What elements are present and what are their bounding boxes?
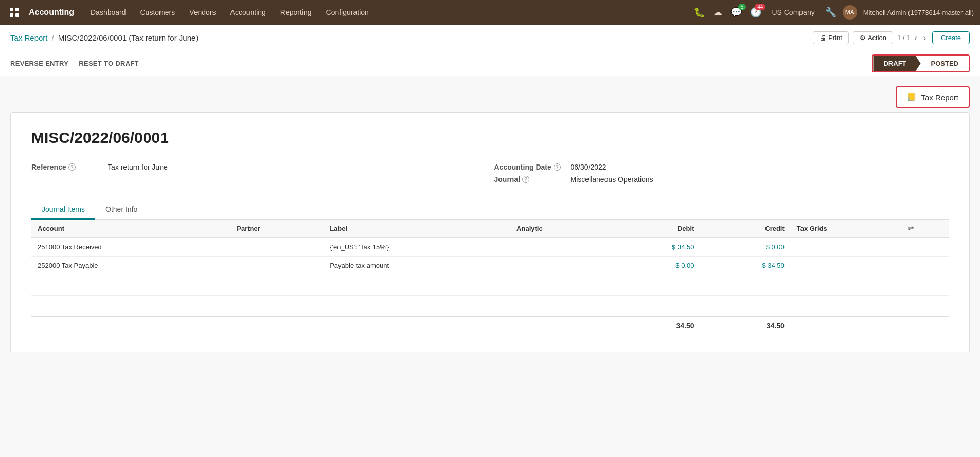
row1-credit: $ 0.00 [700,238,790,257]
totals-row: 34.50 34.50 [31,316,949,335]
breadcrumb-parent[interactable]: Tax Report [10,33,48,42]
settings-icon[interactable]: 🔧 [823,5,839,20]
print-button[interactable]: 🖨 Print [813,31,849,44]
col-debit: Debit [610,220,700,238]
row1-analytic [510,238,610,257]
nav-dashboard[interactable]: Dashboard [84,0,132,25]
row2-actions [902,257,949,275]
row1-account: 251000 Tax Received [31,238,230,257]
accounting-date-help[interactable]: ? [554,163,561,171]
prev-record-button[interactable]: ‹ [912,32,919,44]
table-spacer-row [31,296,949,316]
printer-icon: 🖨 [819,34,826,42]
accounting-date-field-row: Accounting Date ? 06/30/2022 [494,163,949,171]
col-credit: Credit [700,220,790,238]
row1-actions [902,238,949,257]
gear-icon: ⚙ [860,34,866,42]
bug-icon[interactable]: 🐛 [691,5,707,20]
reference-value: Tax return for June [108,163,168,171]
record-title: MISC/2022/06/0001 [31,129,949,147]
row1-label: {'en_US': 'Tax 15%'} [324,238,510,257]
chat-icon[interactable]: 💬 5 [728,5,744,20]
status-posted[interactable]: Posted [921,56,969,71]
svg-rect-2 [10,13,13,17]
breadcrumb-separator: / [52,33,54,42]
form-fields: Reference ? Tax return for June Accounti… [31,163,949,184]
row2-label: Payable tax amount [324,257,510,275]
accounting-date-label: Accounting Date ? [494,163,566,171]
col-partner: Partner [230,220,324,238]
col-tax-grids: Tax Grids [791,220,902,238]
notification-icon[interactable]: 🕐 44 [748,5,763,20]
row1-tax-grids [791,238,902,257]
breadcrumb-bar: Tax Report / MISC/2022/06/0001 (Tax retu… [0,25,980,51]
nav-accounting[interactable]: Accounting [224,0,272,25]
breadcrumb-current: MISC/2022/06/0001 (Tax return for June) [58,33,199,42]
table-row[interactable]: 252000 Tax Payable Payable tax amount $ … [31,257,949,275]
col-analytic: Analytic [510,220,610,238]
table-empty-row [31,275,949,296]
form-tabs: Journal Items Other Info [31,200,949,220]
status-pipeline: Draft Posted [872,54,970,72]
notification-badge: 44 [755,4,765,10]
tax-report-area: 📒 Tax Report [10,86,970,108]
reset-to-draft-button[interactable]: Reset to Draft [79,60,139,67]
reference-help[interactable]: ? [68,163,76,171]
svg-rect-1 [15,8,19,11]
accounting-date-value: 06/30/2022 [571,163,607,171]
status-draft[interactable]: Draft [873,56,920,71]
updates-icon[interactable]: ☁ [711,5,724,20]
book-icon: 📒 [907,93,917,102]
journal-field-row: Journal ? Miscellaneous Operations [494,175,949,184]
row2-account: 252000 Tax Payable [31,257,230,275]
tax-report-button[interactable]: 📒 Tax Report [896,86,970,108]
left-fields: Reference ? Tax return for June [31,163,486,184]
journal-items-table: Account Partner Label Analytic Debit Cre… [31,220,949,335]
chat-badge: 5 [738,4,746,10]
reference-field-row: Reference ? Tax return for June [31,163,486,171]
svg-rect-3 [15,13,19,17]
journal-items-table-container: Account Partner Label Analytic Debit Cre… [31,220,949,335]
row2-tax-grids [791,257,902,275]
top-navigation: Accounting Dashboard Customers Vendors A… [0,0,980,25]
app-grid-icon[interactable] [6,4,23,21]
total-credit: 34.50 [700,316,790,335]
right-fields: Accounting Date ? 06/30/2022 Journal ? M… [494,163,949,184]
journal-help[interactable]: ? [522,176,529,183]
app-name: Accounting [29,8,74,17]
col-label: Label [324,220,510,238]
nav-customers[interactable]: Customers [134,0,182,25]
journal-label: Journal ? [494,175,566,184]
total-debit: 34.50 [610,316,700,335]
svg-rect-0 [10,8,13,11]
row2-analytic [510,257,610,275]
journal-value: Miscellaneous Operations [571,175,653,184]
col-account: Account [31,220,230,238]
create-button[interactable]: Create [932,31,970,44]
form-card: MISC/2022/06/0001 Reference ? Tax return… [10,112,970,352]
reference-label: Reference ? [31,163,103,171]
main-content: 📒 Tax Report MISC/2022/06/0001 Reference… [0,76,980,362]
reverse-entry-button[interactable]: Reverse Entry [10,60,68,67]
col-toggle[interactable]: ⇌ [902,220,949,238]
row1-debit: $ 34.50 [610,238,700,257]
table-row[interactable]: 251000 Tax Received {'en_US': 'Tax 15%'}… [31,238,949,257]
company-name: US Company [772,8,814,16]
next-record-button[interactable]: › [921,32,928,44]
tab-journal-items[interactable]: Journal Items [31,200,95,220]
action-button[interactable]: ⚙ Action [853,31,893,44]
row1-partner [230,238,324,257]
user-name: Mitchell Admin (19773614-master-all) [863,9,974,16]
status-bar: Reverse Entry Reset to Draft Draft Poste… [0,51,980,76]
avatar: MA [843,5,857,20]
row2-debit: $ 0.00 [610,257,700,275]
nav-configuration[interactable]: Configuration [320,0,375,25]
tab-other-info[interactable]: Other Info [95,200,148,220]
nav-vendors[interactable]: Vendors [183,0,222,25]
record-navigation: 1 / 1 ‹ › [897,32,928,44]
nav-reporting[interactable]: Reporting [274,0,318,25]
row2-partner [230,257,324,275]
row2-credit: $ 34.50 [700,257,790,275]
